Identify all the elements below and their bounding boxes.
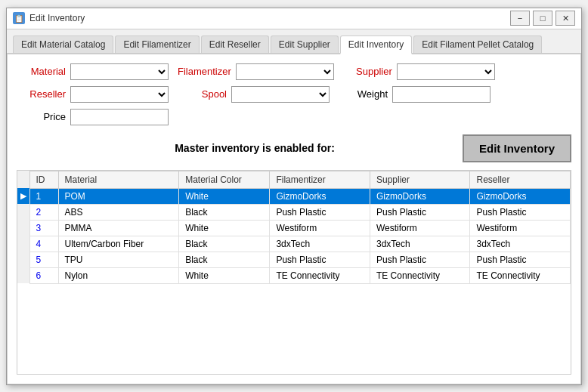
cell-supplier: Push Plastic <box>370 204 470 220</box>
cell-filamentizer: Push Plastic <box>270 204 370 220</box>
cell-material: POM <box>58 188 179 204</box>
material-label: Material <box>17 66 66 77</box>
spool-group: Spool <box>178 86 330 103</box>
edit-inventory-button[interactable]: Edit Inventory <box>463 134 571 162</box>
form-row-3: Price <box>17 109 571 125</box>
supplier-group: Supplier <box>343 63 495 80</box>
form-row-2: Reseller Spool Weight <box>17 86 571 103</box>
maximize-button[interactable]: □ <box>533 11 552 26</box>
row-indicator <box>17 236 29 252</box>
cell-id: 5 <box>29 252 58 267</box>
cell-id: 4 <box>29 236 58 252</box>
filamentizer-select[interactable] <box>236 63 334 80</box>
cell-material_color: Black <box>179 204 270 220</box>
table-row[interactable]: ▶1POMWhiteGizmoDorksGizmoDorksGizmoDorks <box>17 188 571 204</box>
reseller-select[interactable] <box>70 86 169 103</box>
cell-material_color: White <box>179 267 270 283</box>
row-indicator <box>17 267 29 283</box>
cell-reseller: TE Connectivity <box>470 267 571 283</box>
cell-reseller: GizmoDorks <box>470 188 571 204</box>
close-button[interactable]: ✕ <box>556 11 575 26</box>
col-reseller: Reseller <box>470 171 571 188</box>
col-id: ID <box>29 171 58 188</box>
material-select[interactable] <box>70 63 169 80</box>
filamentizer-group: Filamentizer <box>178 63 334 80</box>
table-header-row: ID Material Material Color Filamentizer … <box>17 171 571 188</box>
spool-label: Spool <box>178 88 227 100</box>
table-row[interactable]: 6NylonWhiteTE ConnectivityTE Connectivit… <box>17 267 571 283</box>
cell-reseller: Westiform <box>470 220 571 236</box>
spool-select[interactable] <box>231 86 330 103</box>
cell-id: 6 <box>29 267 58 283</box>
cell-material: Ultem/Carbon Fiber <box>58 236 179 252</box>
inventory-table-container[interactable]: ID Material Material Color Filamentizer … <box>17 170 571 375</box>
col-supplier: Supplier <box>370 171 470 188</box>
tab-filament-pellet[interactable]: Edit Filament Pellet Catalog <box>413 35 542 53</box>
cell-material_color: White <box>179 188 270 204</box>
tab-reseller[interactable]: Edit Reseller <box>201 35 269 53</box>
middle-section: Master inventory is enabled for: Edit In… <box>17 134 571 162</box>
weight-group: Weight <box>339 86 491 103</box>
table-row[interactable]: 4Ultem/Carbon FiberBlack3dxTech3dxTech3d… <box>17 236 571 252</box>
cell-supplier: Push Plastic <box>370 252 470 267</box>
cell-material_color: Black <box>179 236 270 252</box>
cell-material: ABS <box>58 204 179 220</box>
tab-supplier[interactable]: Edit Supplier <box>271 35 339 53</box>
supplier-label: Supplier <box>343 66 392 77</box>
row-indicator <box>17 204 29 220</box>
inventory-table: ID Material Material Color Filamentizer … <box>17 171 571 284</box>
cell-material: TPU <box>58 252 179 267</box>
material-group: Material <box>17 63 169 80</box>
cell-supplier: TE Connectivity <box>370 267 470 283</box>
reseller-group: Reseller <box>17 86 169 103</box>
tab-material-catalog[interactable]: Edit Material Catalog <box>13 35 113 53</box>
row-indicator: ▶ <box>17 188 29 204</box>
cell-reseller: Push Plastic <box>470 204 571 220</box>
cell-supplier: GizmoDorks <box>370 188 470 204</box>
cell-material_color: Black <box>179 252 270 267</box>
row-indicator <box>17 252 29 267</box>
tab-filamentizer[interactable]: Edit Filamentizer <box>115 35 199 53</box>
price-group: Price <box>17 109 169 125</box>
cell-material: Nylon <box>58 267 179 283</box>
cell-id: 1 <box>29 188 58 204</box>
window-title: Edit Inventory <box>29 13 510 23</box>
price-label: Price <box>17 111 66 122</box>
cell-reseller: Push Plastic <box>470 252 571 267</box>
tab-inventory[interactable]: Edit Inventory <box>340 35 412 54</box>
supplier-select[interactable] <box>397 63 495 80</box>
form-row-1: Material Filamentizer Supplier <box>17 63 571 80</box>
table-row[interactable]: 3PMMAWhiteWestiformWestiformWestiform <box>17 220 571 236</box>
cell-filamentizer: GizmoDorks <box>270 188 370 204</box>
master-inventory-text: Master inventory is enabled for: <box>47 142 463 154</box>
table-row[interactable]: 2ABSBlackPush PlasticPush PlasticPush Pl… <box>17 204 571 220</box>
weight-input[interactable] <box>392 86 491 103</box>
cell-material_color: White <box>179 220 270 236</box>
cell-id: 3 <box>29 220 58 236</box>
col-filamentizer: Filamentizer <box>270 171 370 188</box>
reseller-label: Reseller <box>17 88 66 100</box>
main-window: 📋 Edit Inventory − □ ✕ Edit Material Cat… <box>6 8 582 385</box>
cell-reseller: 3dxTech <box>470 236 571 252</box>
cell-supplier: Westiform <box>370 220 470 236</box>
cell-id: 2 <box>29 204 58 220</box>
row-indicator <box>17 220 29 236</box>
cell-filamentizer: Westiform <box>270 220 370 236</box>
cell-filamentizer: Push Plastic <box>270 252 370 267</box>
col-indicator <box>17 171 29 188</box>
window-controls: − □ ✕ <box>510 11 575 26</box>
content-area: Material Filamentizer Supplier <box>7 54 581 384</box>
minimize-button[interactable]: − <box>510 11 530 26</box>
col-material-color: Material Color <box>179 171 270 188</box>
filamentizer-label: Filamentizer <box>178 66 231 77</box>
table-row[interactable]: 5TPUBlackPush PlasticPush PlasticPush Pl… <box>17 252 571 267</box>
tab-bar: Edit Material Catalog Edit Filamentizer … <box>7 29 581 54</box>
window-icon: 📋 <box>13 12 25 24</box>
title-bar: 📋 Edit Inventory − □ ✕ <box>7 8 581 29</box>
weight-label: Weight <box>339 88 388 100</box>
cell-supplier: 3dxTech <box>370 236 470 252</box>
price-input[interactable] <box>70 109 169 125</box>
cell-filamentizer: 3dxTech <box>270 236 370 252</box>
cell-filamentizer: TE Connectivity <box>270 267 370 283</box>
col-material: Material <box>58 171 179 188</box>
